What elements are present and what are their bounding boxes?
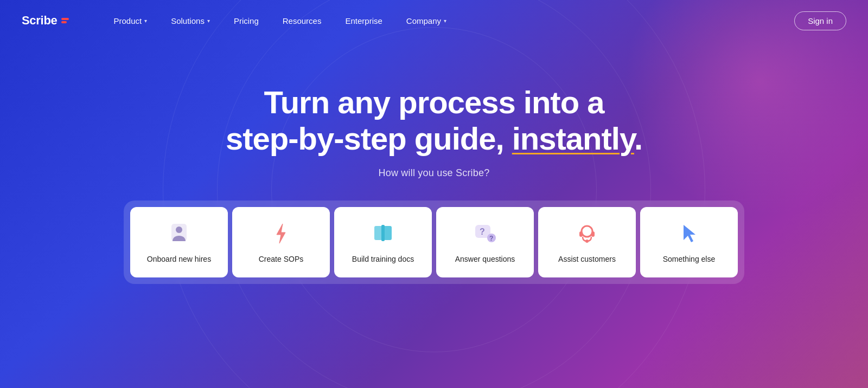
question-icon: ? ?: [472, 221, 498, 247]
hero-highlight: instantly: [512, 121, 634, 156]
svg-text:?: ?: [480, 227, 485, 236]
logo[interactable]: Scribe: [22, 14, 69, 28]
svg-rect-12: [591, 231, 595, 237]
chevron-down-icon: ▾: [144, 18, 147, 24]
headset-icon: [574, 221, 600, 247]
nav-item-solutions[interactable]: Solutions ▾: [159, 12, 222, 30]
use-card-onboard[interactable]: Onboard new hires: [130, 207, 228, 277]
svg-point-13: [585, 240, 589, 243]
svg-rect-11: [579, 231, 583, 237]
nav-item-company[interactable]: Company ▾: [394, 12, 458, 30]
hero-title: Turn any process into a step-by-step gui…: [226, 85, 642, 157]
use-card-else[interactable]: Something else: [640, 207, 738, 277]
nav-item-resources[interactable]: Resources: [271, 12, 334, 30]
lightning-icon: [268, 221, 294, 247]
navbar: Scribe Product ▾ Solutions ▾ Pricing Res…: [0, 0, 868, 41]
hero-period: .: [634, 121, 642, 156]
svg-text:?: ?: [489, 235, 493, 242]
nav-item-product[interactable]: Product ▾: [101, 12, 159, 30]
use-card-training[interactable]: Build training docs: [334, 207, 432, 277]
svg-marker-2: [277, 224, 285, 243]
logo-icon: [61, 18, 69, 23]
chevron-down-icon: ▾: [207, 18, 210, 24]
use-card-customers[interactable]: Assist customers: [538, 207, 636, 277]
use-card-label-sops: Create SOPs: [259, 254, 303, 264]
use-cases-container: Onboard new hires Create SOPs Build trai…: [124, 201, 744, 284]
hero-subtitle: How will you use Scribe?: [379, 167, 490, 179]
nav-item-enterprise[interactable]: Enterprise: [333, 12, 394, 30]
svg-marker-14: [684, 225, 695, 242]
logo-text: Scribe: [22, 14, 57, 28]
nav-item-pricing[interactable]: Pricing: [222, 12, 271, 30]
person-icon: [166, 221, 192, 247]
use-card-label-customers: Assist customers: [558, 254, 616, 264]
logo-bar-1: [61, 18, 69, 20]
use-card-label-onboard: Onboard new hires: [147, 254, 211, 264]
svg-rect-4: [384, 226, 392, 240]
hero-section: Turn any process into a step-by-step gui…: [0, 41, 868, 179]
use-card-label-training: Build training docs: [352, 254, 414, 264]
svg-rect-5: [381, 225, 385, 241]
cursor-icon: [676, 221, 702, 247]
logo-bar-2: [61, 21, 67, 23]
sign-in-button[interactable]: Sign in: [794, 11, 846, 30]
svg-rect-3: [374, 226, 382, 240]
hero-line1: Turn any process into a: [264, 85, 604, 120]
use-cases-wrapper: Onboard new hires Create SOPs Build trai…: [0, 201, 868, 284]
nav-links: Product ▾ Solutions ▾ Pricing Resources …: [101, 11, 846, 30]
hero-line2: step-by-step guide,: [226, 121, 512, 156]
use-card-label-questions: Answer questions: [455, 254, 515, 264]
use-card-label-else: Something else: [663, 254, 716, 264]
use-card-questions[interactable]: ? ? Answer questions: [436, 207, 534, 277]
svg-point-1: [176, 227, 182, 233]
use-card-sops[interactable]: Create SOPs: [232, 207, 330, 277]
book-icon: [370, 221, 396, 247]
svg-point-10: [582, 226, 592, 237]
chevron-down-icon: ▾: [444, 18, 446, 24]
